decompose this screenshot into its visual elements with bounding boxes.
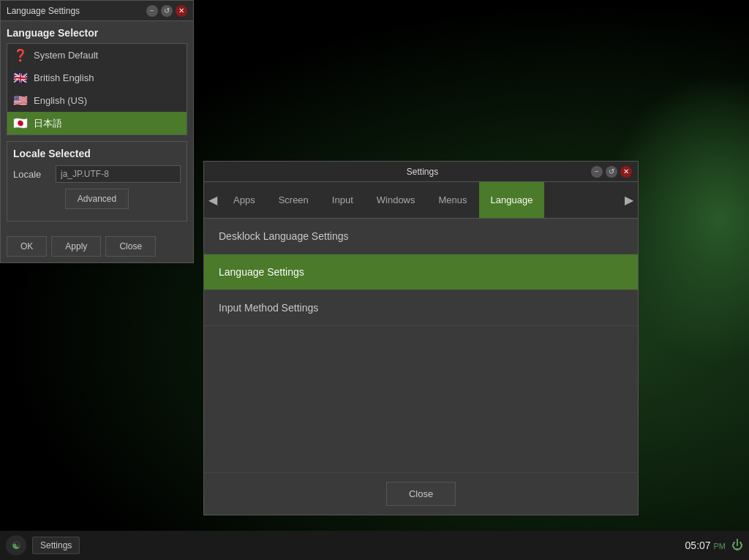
nav-tabs: Apps Screen Input Windows Menus Language [222,182,620,218]
language-list: ❓ System Default 🇬🇧 British English 🇺🇸 E… [7,43,187,135]
language-settings-minimize-button[interactable]: − [146,5,158,17]
tab-language-label: Language [491,194,533,205]
language-settings-restore-button[interactable]: ↺ [161,5,173,17]
language-settings-window: Language Settings − ↺ ✕ Language Selecto… [0,0,194,263]
english-us-flag: 🇺🇸 [13,94,28,107]
settings-content: Desklock Language Settings Language Sett… [204,219,638,472]
settings-title: Settings [254,167,591,177]
menu-item-language-settings[interactable]: Language Settings [204,254,638,290]
settings-footer: Close [204,472,638,515]
menu-item-desklock-language-label: Desklock Language Settings [219,230,348,242]
language-settings-close-button[interactable]: ✕ [176,5,187,17]
ok-button[interactable]: OK [7,236,47,257]
taskbar-app-icon[interactable]: ☯ [6,535,26,556]
power-icon[interactable]: ⏻ [731,539,743,552]
tab-menus[interactable]: Menus [427,182,479,218]
menu-item-desklock-language[interactable]: Desklock Language Settings [204,219,638,254]
locale-row: Locale [13,165,181,183]
lang-item-english-us-label: English (US) [34,95,87,106]
advanced-button[interactable]: Advanced [65,189,129,209]
locale-label: Locale [13,169,50,180]
tab-screen-label: Screen [279,194,309,205]
nav-right-arrow[interactable]: ▶ [620,182,638,218]
lang-item-british-english[interactable]: 🇬🇧 British English [7,67,187,89]
tab-input-label: Input [332,194,353,205]
close-button[interactable]: Close [105,236,156,257]
apply-button[interactable]: Apply [51,236,101,257]
lang-item-system-default[interactable]: ❓ System Default [7,44,187,67]
settings-close-x-button[interactable]: ✕ [620,166,632,178]
settings-close-button[interactable]: Close [386,482,456,506]
tab-language[interactable]: Language [479,182,545,218]
taskbar-clock: 05:07 PM [685,540,726,551]
settings-minimize-button[interactable]: − [591,166,603,178]
taskbar: ☯ Settings 05:07 PM ⏻ [0,531,749,560]
taskbar-settings-button[interactable]: Settings [32,537,80,554]
tab-input[interactable]: Input [320,182,365,218]
locale-selected-heading: Locale Selected [13,148,181,159]
nav-left-arrow[interactable]: ◀ [204,182,222,218]
locale-selected-section: Locale Selected Locale Advanced [7,141,187,222]
tab-menus-label: Menus [439,194,467,205]
settings-empty-area [204,326,638,472]
locale-input[interactable] [56,165,181,183]
tab-screen[interactable]: Screen [267,182,320,218]
clock-period: PM [714,542,726,550]
lang-item-system-default-label: System Default [34,50,98,61]
language-settings-controls: − ↺ ✕ [146,5,187,17]
tab-apps-label: Apps [233,194,255,205]
tab-windows-label: Windows [377,194,415,205]
taskbar-app-symbol: ☯ [12,540,21,551]
taskbar-left: ☯ Settings [6,535,80,556]
settings-controls: − ↺ ✕ [591,166,632,178]
japanese-flag: 🇯🇵 [13,116,28,130]
settings-titlebar: Settings − ↺ ✕ [204,162,638,182]
language-settings-title: Language Settings [7,6,80,16]
language-settings-content: Language Selector ❓ System Default 🇬🇧 Br… [1,21,193,233]
tab-windows[interactable]: Windows [365,182,427,218]
settings-nav: ◀ Apps Screen Input Windows Menus Langua… [204,182,638,219]
lang-item-japanese-label: 日本語 [34,117,62,130]
menu-item-input-method[interactable]: Input Method Settings [204,290,638,326]
tab-apps[interactable]: Apps [222,182,267,218]
menu-item-input-method-label: Input Method Settings [219,302,318,314]
clock-time: 05:07 [685,540,711,551]
language-settings-titlebar: Language Settings − ↺ ✕ [1,1,193,21]
system-default-icon: ❓ [13,48,28,62]
language-settings-footer: OK Apply Close [1,233,193,262]
british-english-flag: 🇬🇧 [13,71,28,85]
taskbar-right: 05:07 PM ⏻ [685,539,743,552]
settings-restore-button[interactable]: ↺ [606,166,617,178]
lang-item-english-us[interactable]: 🇺🇸 English (US) [7,89,187,112]
lang-item-japanese[interactable]: 🇯🇵 日本語 [7,112,187,135]
lang-item-british-english-label: British English [34,72,94,83]
menu-item-language-settings-label: Language Settings [219,266,304,278]
language-selector-heading: Language Selector [7,27,187,39]
settings-window: Settings − ↺ ✕ ◀ Apps Screen Input Windo… [203,161,639,515]
